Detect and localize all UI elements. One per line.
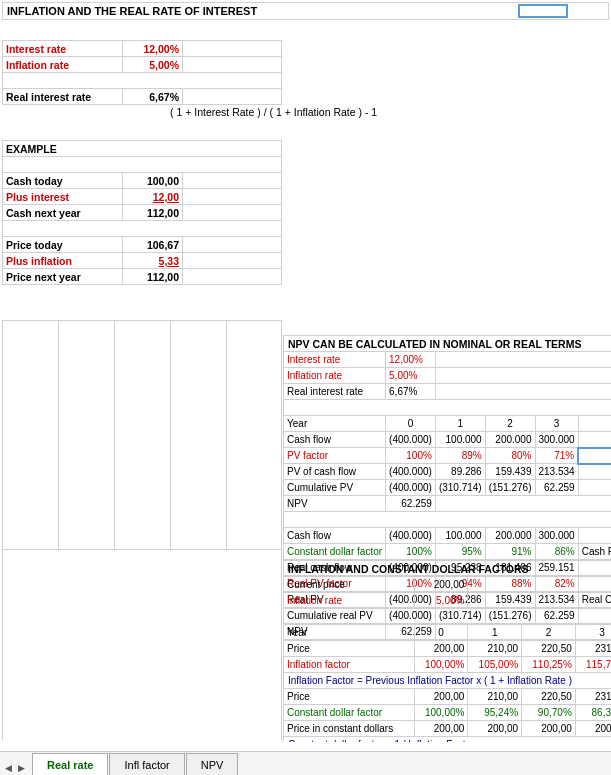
spreadsheet-title: INFLATION AND THE REAL RATE OF INTEREST — [7, 5, 257, 17]
nominal-cf-2: 200.000 — [485, 432, 535, 448]
infl-factor-row-label: Inflation factor — [284, 657, 415, 673]
tab-real-rate[interactable]: Real rate — [32, 753, 108, 775]
pv-cash-3: 213.534 — [535, 464, 578, 480]
year-3: 3 — [535, 416, 578, 432]
real-cf-3: 300.000 — [535, 528, 578, 544]
cash-today-value: 100,00 — [123, 173, 183, 189]
infl-year-0: 0 — [414, 625, 468, 641]
year-label: Year — [284, 416, 386, 432]
const-dollar-1: 95% — [435, 544, 485, 560]
infl-rate-value2: 5,00% — [414, 593, 468, 609]
infl-factor-0: 100,00% — [414, 657, 468, 673]
plus-interest-value: 12,00 — [123, 189, 183, 205]
npv-interest-value: 12,00% — [386, 352, 436, 368]
current-price-value: 200,00 — [414, 577, 468, 593]
real-interest-formula: ( 1 + Interest Rate ) / ( 1 + Inflation … — [170, 106, 377, 118]
pv-factor-3: 71% — [535, 448, 578, 464]
year-2: 2 — [485, 416, 535, 432]
price-const-2: 200,00 — [522, 721, 576, 737]
const-dollar-row-1: 95,24% — [468, 705, 522, 721]
pv-factor-1: 89% — [435, 448, 485, 464]
price2-row-3: 231,53 — [575, 689, 611, 705]
price-next-year-label: Price next year — [3, 269, 123, 285]
cum-pv-1: (310.714) — [435, 480, 485, 496]
infl-year-1: 1 — [468, 625, 522, 641]
npv-value: 62.259 — [386, 496, 436, 512]
price2-row-0: 200,00 — [414, 689, 468, 705]
cumulative-pv-label: Cumulative PV — [284, 480, 386, 496]
year-1: 1 — [435, 416, 485, 432]
real-cf-0: (400.000) — [386, 528, 436, 544]
real-cash-flow-label: Cash flow — [284, 528, 386, 544]
npv-interest-label: Interest rate — [284, 352, 386, 368]
const-dollar-row-3: 86,38% — [575, 705, 611, 721]
current-price-label: Current price — [284, 577, 415, 593]
plus-inflation-label: Plus inflation — [3, 253, 123, 269]
year-0: 0 — [386, 416, 436, 432]
nominal-cash-flow-label: Cash flow — [284, 432, 386, 448]
infl-year-label: Year — [284, 625, 415, 641]
const-dollar-label: Constant dollar factor — [284, 544, 386, 560]
npv-row-label: NPV — [284, 496, 386, 512]
price-row-0: 200,00 — [414, 641, 468, 657]
cum-pv-0: (400.000) — [386, 480, 436, 496]
price-row-2: 220,50 — [522, 641, 576, 657]
infl-rate-label2: Inflation rate — [284, 593, 415, 609]
price-next-year-value: 112,00 — [123, 269, 183, 285]
pv-factor-2: 80% — [485, 448, 535, 464]
tab-npv[interactable]: NPV — [186, 753, 239, 775]
price-row-label: Price — [284, 641, 415, 657]
infl-year-2: 2 — [522, 625, 576, 641]
inflation-title: INFLATION AND CONSTANT DOLLAR FACTORS — [284, 561, 612, 577]
real-cf-1: 100.000 — [435, 528, 485, 544]
cash-next-year-label: Cash next year — [3, 205, 123, 221]
price2-row-label: Price — [284, 689, 415, 705]
price-const-label: Price in constant dollars — [284, 721, 415, 737]
price-row-1: 210,00 — [468, 641, 522, 657]
infl-factor-1: 105,00% — [468, 657, 522, 673]
interest-rate-value: 12,00% — [123, 41, 183, 57]
cash-today-label: Cash today — [3, 173, 123, 189]
nominal-cf-0: (400.000) — [386, 432, 436, 448]
infl-factor-2: 110,25% — [522, 657, 576, 673]
cash-next-year-value: 112,00 — [123, 205, 183, 221]
pv-cash-2: 159.439 — [485, 464, 535, 480]
npv-title: NPV CAN BE CALCULATED IN NOMINAL OR REAL… — [284, 336, 612, 352]
tab-nav-left[interactable]: ◀ — [2, 761, 15, 775]
real-interest-label: Real interest rate — [3, 89, 123, 105]
price-row-3: 231,53 — [575, 641, 611, 657]
tab-nav-right[interactable]: ▶ — [15, 761, 28, 775]
plus-interest-label: Plus interest — [3, 189, 123, 205]
pv-factor-0: 100% — [386, 448, 436, 464]
price2-row-2: 220,50 — [522, 689, 576, 705]
const-dollar-row-2: 90,70% — [522, 705, 576, 721]
inflation-rate-value: 5,00% — [123, 57, 183, 73]
pv-cash-label: PV of cash flow — [284, 464, 386, 480]
note1: Cash Flow x Const $ Factor — [578, 544, 611, 560]
real-interest-value: 6,67% — [123, 89, 183, 105]
pv-cash-1: 89.286 — [435, 464, 485, 480]
price-today-value: 106,67 — [123, 237, 183, 253]
real-cf-2: 200.000 — [485, 528, 535, 544]
infl-year-3: 3 — [575, 625, 611, 641]
infl-factor-3: 115,76% — [575, 657, 611, 673]
price2-row-1: 210,00 — [468, 689, 522, 705]
npv-inflation-label: Inflation rate — [284, 368, 386, 384]
plus-inflation-value: 5,33 — [123, 253, 183, 269]
pv-cash-0: (400.000) — [386, 464, 436, 480]
example-label: EXAMPLE — [3, 141, 282, 157]
cum-pv-2: (151.276) — [485, 480, 535, 496]
npv-inflation-value: 5,00% — [386, 368, 436, 384]
infl-formula1: Inflation Factor = Previous Inflation Fa… — [284, 673, 612, 689]
tab-infl-factor[interactable]: Infl factor — [109, 753, 184, 775]
const-dollar-row-0: 100,00% — [414, 705, 468, 721]
npv-real-value: 6,67% — [386, 384, 436, 400]
nominal-cf-1: 100.000 — [435, 432, 485, 448]
inflation-rate-label: Inflation rate — [3, 57, 123, 73]
const-dollar-row-label: Constant dollar factor — [284, 705, 415, 721]
price-today-label: Price today — [3, 237, 123, 253]
interest-rate-label: Interest rate — [3, 41, 123, 57]
price-const-0: 200,00 — [414, 721, 468, 737]
const-dollar-2: 91% — [485, 544, 535, 560]
nominal-cf-3: 300.000 — [535, 432, 578, 448]
